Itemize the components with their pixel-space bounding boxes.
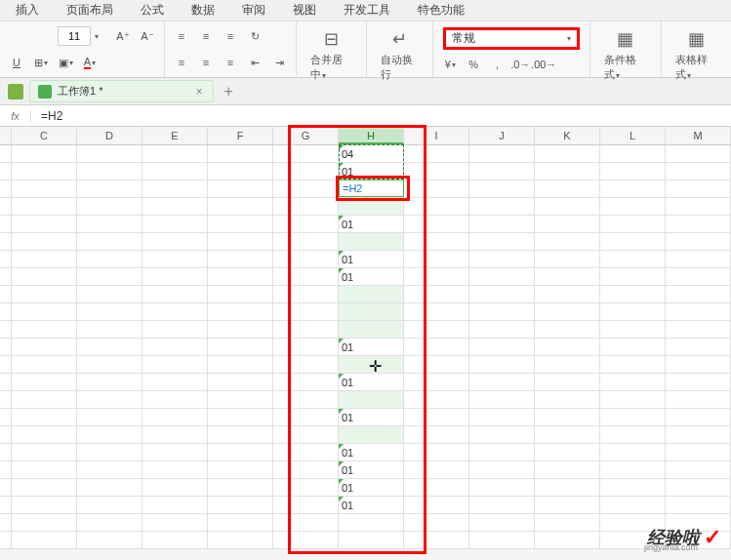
cell[interactable]: [77, 268, 142, 286]
cell[interactable]: [12, 339, 77, 356]
cell[interactable]: 01: [339, 479, 404, 497]
cell[interactable]: [12, 374, 77, 391]
grid-row[interactable]: [0, 356, 731, 374]
cell[interactable]: [535, 233, 600, 251]
cell[interactable]: [12, 426, 77, 444]
borders-icon[interactable]: ⊞▾: [30, 52, 52, 73]
cell[interactable]: [666, 461, 731, 479]
cell[interactable]: [77, 233, 142, 251]
cell[interactable]: [273, 163, 339, 180]
cell[interactable]: [12, 444, 77, 461]
cell[interactable]: [469, 145, 535, 163]
cell[interactable]: [535, 198, 600, 216]
cell[interactable]: [12, 514, 77, 532]
orientation-icon[interactable]: ↻: [244, 25, 265, 47]
cell[interactable]: [600, 444, 666, 461]
col-header-c[interactable]: C: [12, 127, 77, 144]
cell[interactable]: [339, 532, 404, 549]
grid-row[interactable]: 01: [0, 339, 731, 356]
col-header-h[interactable]: H: [339, 127, 404, 144]
cell[interactable]: [12, 479, 77, 497]
cell[interactable]: [469, 374, 535, 391]
cell[interactable]: [12, 532, 77, 549]
grid-row[interactable]: [0, 198, 731, 216]
cell[interactable]: [77, 163, 142, 180]
decrease-font-icon[interactable]: A⁻: [137, 25, 158, 47]
cell[interactable]: [404, 461, 469, 479]
col-header-f[interactable]: F: [208, 127, 273, 144]
cell[interactable]: [666, 356, 731, 374]
col-header-m[interactable]: M: [666, 127, 731, 144]
cell[interactable]: [142, 409, 208, 426]
grid-rows[interactable]: 040101010101010101010101: [0, 145, 731, 549]
cell[interactable]: [600, 233, 666, 251]
cell[interactable]: [142, 479, 208, 497]
cell[interactable]: [208, 356, 273, 374]
col-header-i[interactable]: I: [404, 127, 469, 144]
conditional-format-button[interactable]: ▦ 条件格式▾: [596, 25, 654, 84]
cell[interactable]: [666, 374, 731, 391]
cell[interactable]: [535, 532, 600, 549]
cell[interactable]: [404, 303, 469, 321]
cell[interactable]: [208, 303, 273, 321]
cell[interactable]: [404, 497, 469, 514]
comma-icon[interactable]: ,: [486, 54, 508, 75]
cell[interactable]: [77, 479, 142, 497]
cell[interactable]: [142, 268, 208, 286]
font-size-dropdown[interactable]: ▾: [95, 32, 99, 41]
cell[interactable]: [469, 514, 535, 532]
underline-icon[interactable]: U: [6, 52, 27, 73]
cell[interactable]: [404, 444, 469, 461]
cell[interactable]: [600, 409, 666, 426]
cell[interactable]: [600, 479, 666, 497]
cell[interactable]: [208, 339, 273, 356]
cell[interactable]: [404, 356, 469, 374]
grid-row[interactable]: 01: [0, 268, 731, 286]
cell[interactable]: [600, 163, 666, 180]
cell[interactable]: [404, 163, 469, 180]
cell[interactable]: 01: [339, 497, 404, 514]
col-header-k[interactable]: K: [535, 127, 600, 144]
cell[interactable]: [404, 251, 469, 268]
cell[interactable]: [469, 216, 535, 233]
cell[interactable]: [77, 426, 142, 444]
cell[interactable]: [77, 216, 142, 233]
cell[interactable]: [77, 286, 142, 303]
grid-row[interactable]: [0, 532, 731, 549]
cell[interactable]: [208, 198, 273, 216]
merge-cells-button[interactable]: ⊟ 合并居中▾: [303, 25, 360, 84]
cell[interactable]: [142, 216, 208, 233]
align-bottom-icon[interactable]: ≡: [220, 25, 241, 47]
cell[interactable]: [273, 409, 339, 426]
cell[interactable]: [469, 444, 535, 461]
cell[interactable]: [404, 426, 469, 444]
cell[interactable]: [666, 409, 731, 426]
cell[interactable]: [535, 461, 600, 479]
wrap-text-button[interactable]: ↵ 自动换行: [373, 25, 426, 84]
cell[interactable]: 01: [339, 409, 404, 426]
cell[interactable]: [273, 444, 339, 461]
cell[interactable]: [535, 339, 600, 356]
cell[interactable]: [469, 180, 535, 198]
menu-special[interactable]: 特色功能: [404, 0, 478, 21]
number-format-select[interactable]: 常规 ▾: [443, 27, 580, 50]
cell[interactable]: [404, 216, 469, 233]
cell[interactable]: [12, 356, 77, 374]
cell[interactable]: [600, 303, 666, 321]
cell[interactable]: [469, 497, 535, 514]
cell[interactable]: [142, 180, 208, 198]
cell[interactable]: [535, 180, 600, 198]
cell[interactable]: [142, 514, 208, 532]
formula-input[interactable]: =H2: [31, 109, 731, 123]
cell[interactable]: [469, 409, 535, 426]
cell[interactable]: [666, 444, 731, 461]
cell[interactable]: [404, 479, 469, 497]
cell[interactable]: [12, 216, 77, 233]
grid-row[interactable]: 01: [0, 216, 731, 233]
cell[interactable]: 01: [339, 163, 404, 180]
cell[interactable]: [404, 180, 469, 198]
cell[interactable]: [666, 497, 731, 514]
cell[interactable]: [469, 251, 535, 268]
cell[interactable]: [208, 374, 273, 391]
cell[interactable]: [666, 426, 731, 444]
